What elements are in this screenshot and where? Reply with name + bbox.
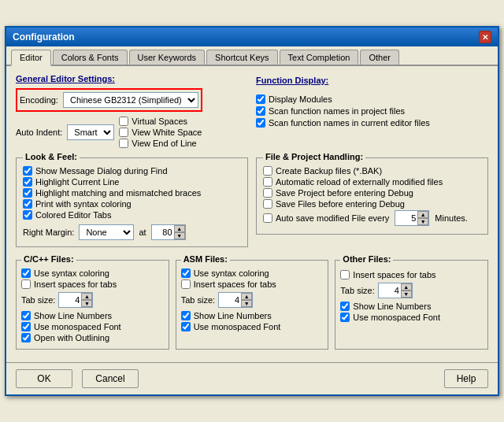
cpp-insert-spaces-checkbox[interactable]	[21, 279, 31, 289]
highlight-current-label: Highlight Current Line	[35, 177, 119, 187]
look-feel-section: Look & Feel: Show Message Dialog during …	[16, 157, 248, 254]
cpp-outlining-label: Open with Outlining	[34, 333, 109, 342]
asm-tab-down-button[interactable]: ▼	[241, 300, 252, 307]
scan-project-row: Scan function names in project files	[256, 106, 488, 116]
ok-button[interactable]: OK	[16, 369, 72, 388]
asm-use-syntax-row: Use syntax coloring	[181, 268, 324, 278]
save-files-row: Save Files before entering Debug	[263, 199, 481, 209]
help-button[interactable]: Help	[444, 369, 488, 388]
tab-text-completion[interactable]: Text Completion	[280, 50, 359, 65]
asm-tab-up-button[interactable]: ▲	[241, 293, 252, 300]
main-content: General Editor Settings: Encoding: Chine…	[6, 66, 498, 362]
other-tab-input[interactable]	[379, 283, 401, 298]
tab-colors-fonts[interactable]: Colors & Fonts	[53, 50, 128, 65]
create-backup-checkbox[interactable]	[263, 166, 272, 176]
other-tab-size-row: Tab size: ▲ ▼	[340, 283, 483, 298]
other-tab-spinner-buttons: ▲ ▼	[401, 283, 412, 298]
indent-label: Auto Indent:	[16, 128, 62, 137]
file-project-label: File & Project Handling:	[263, 152, 365, 161]
look-feel-box: Look & Feel: Show Message Dialog during …	[16, 157, 248, 247]
cpp-tab-spinner: ▲ ▼	[58, 292, 93, 308]
margin-value-input[interactable]	[152, 225, 174, 239]
print-syntax-row: Print with syntax coloring	[23, 199, 241, 209]
margin-spinner-buttons: ▲ ▼	[174, 225, 185, 239]
cpp-tab-up-button[interactable]: ▲	[81, 293, 92, 300]
close-button[interactable]: ✕	[479, 31, 491, 43]
cpp-insert-spaces-row: Insert spaces for tabs	[21, 279, 164, 289]
cpp-monospaced-checkbox[interactable]	[21, 322, 31, 331]
right-margin-select[interactable]: None	[79, 224, 134, 240]
other-monospaced-checkbox[interactable]	[340, 313, 350, 322]
display-modules-label: Display Modules	[269, 94, 332, 104]
cpp-monospaced-row: Use monospaced Font	[21, 322, 164, 331]
view-end-of-line-row: View End of Line	[119, 139, 202, 148]
margin-up-button[interactable]: ▲	[174, 225, 185, 232]
auto-save-up-button[interactable]: ▲	[417, 211, 428, 218]
show-msg-dialog-checkbox[interactable]	[23, 166, 32, 176]
asm-show-line-checkbox[interactable]	[181, 311, 191, 320]
save-project-checkbox[interactable]	[263, 188, 272, 198]
auto-save-down-button[interactable]: ▼	[417, 218, 428, 225]
auto-save-label: Auto save modified File every	[276, 213, 389, 223]
other-monospaced-row: Use monospaced Font	[340, 313, 483, 322]
asm-files-label: ASM Files:	[181, 254, 230, 264]
virtual-spaces-row: Virtual Spaces	[119, 117, 202, 126]
encoding-select[interactable]: Chinese GB2312 (Simplified)	[63, 92, 198, 108]
other-files-box: Other Files: Insert spaces for tabs Tab …	[335, 260, 488, 350]
asm-tab-spinner: ▲ ▼	[218, 292, 253, 308]
virtual-spaces-label: Virtual Spaces	[132, 117, 187, 126]
cpp-outlining-checkbox[interactable]	[21, 333, 31, 342]
other-insert-spaces-checkbox[interactable]	[340, 270, 350, 279]
auto-save-row: Auto save modified File every ▲ ▼ Minute…	[263, 210, 481, 226]
asm-insert-spaces-row: Insert spaces for tabs	[181, 279, 324, 289]
virtual-spaces-checkbox[interactable]	[119, 117, 128, 126]
window-title: Configuration	[13, 31, 75, 43]
other-files-label: Other Files:	[340, 254, 393, 264]
cpp-tab-size-row: Tab size: ▲ ▼	[21, 292, 164, 308]
asm-use-syntax-checkbox[interactable]	[181, 268, 191, 278]
cpp-use-syntax-checkbox[interactable]	[21, 268, 31, 278]
create-backup-label: Create Backup files (*.BAK)	[276, 166, 382, 176]
tab-user-keywords[interactable]: User Keywords	[129, 50, 206, 65]
display-modules-checkbox[interactable]	[256, 94, 265, 104]
scan-project-checkbox[interactable]	[256, 106, 265, 116]
view-white-space-checkbox[interactable]	[119, 128, 128, 137]
auto-reload-checkbox[interactable]	[263, 177, 272, 187]
scan-current-checkbox[interactable]	[256, 118, 265, 128]
show-msg-dialog-row: Show Message Dialog during Find	[23, 166, 241, 176]
tab-shortcut-keys[interactable]: Shortcut Keys	[206, 50, 277, 65]
save-files-checkbox[interactable]	[263, 199, 272, 209]
cancel-button[interactable]: Cancel	[82, 369, 139, 388]
auto-save-checkbox[interactable]	[263, 213, 272, 223]
asm-show-line-row: Show Line Numbers	[181, 311, 324, 320]
cpp-monospaced-label: Use monospaced Font	[34, 322, 121, 331]
auto-save-input[interactable]	[395, 211, 417, 225]
other-tab-down-button[interactable]: ▼	[401, 291, 412, 298]
other-show-line-checkbox[interactable]	[340, 302, 350, 311]
asm-tab-size-row: Tab size: ▲ ▼	[181, 292, 324, 308]
highlight-braces-checkbox[interactable]	[23, 188, 32, 198]
cpp-tab-input[interactable]	[59, 293, 81, 307]
asm-tab-input[interactable]	[219, 293, 241, 307]
colored-tabs-row: Colored Editor Tabs	[23, 210, 241, 220]
cpp-tab-down-button[interactable]: ▼	[81, 300, 92, 307]
margin-down-button[interactable]: ▼	[174, 232, 185, 239]
cpp-show-line-checkbox[interactable]	[21, 311, 31, 320]
tab-other[interactable]: Other	[360, 50, 399, 65]
asm-files-box: ASM Files: Use syntax coloring Insert sp…	[176, 260, 329, 350]
view-end-of-line-checkbox[interactable]	[119, 139, 128, 148]
colored-tabs-checkbox[interactable]	[23, 210, 32, 220]
bottom-bar: OK Cancel Help	[6, 362, 498, 394]
auto-save-spinner-buttons: ▲ ▼	[417, 211, 428, 225]
asm-insert-spaces-checkbox[interactable]	[181, 279, 191, 289]
print-syntax-checkbox[interactable]	[23, 199, 32, 209]
other-tab-size-label: Tab size:	[340, 286, 374, 295]
tab-editor[interactable]: Editor	[11, 50, 51, 66]
other-show-line-label: Show Line Numbers	[353, 302, 431, 311]
other-tab-up-button[interactable]: ▲	[401, 283, 412, 291]
minutes-label: Minutes.	[435, 213, 468, 223]
indent-select[interactable]: Smart	[67, 124, 114, 140]
asm-monospaced-checkbox[interactable]	[181, 322, 191, 331]
highlight-current-checkbox[interactable]	[23, 177, 32, 187]
auto-reload-label: Automatic reload of externally modified …	[276, 177, 443, 187]
